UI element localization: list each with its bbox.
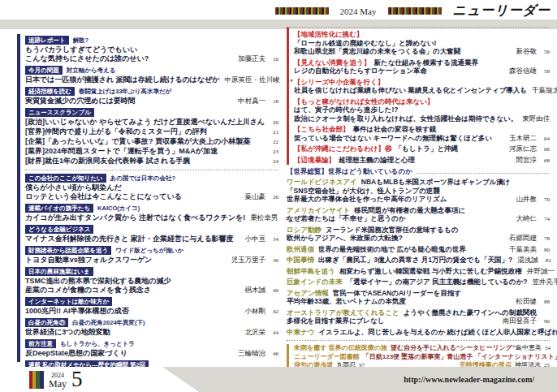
section-label-row: この会社のここが知りたいあの国では日本の会社? bbox=[25, 174, 278, 183]
entry-tail: 北沢栄44 bbox=[240, 328, 279, 338]
item-title: 和歌山県北部「貴志川線の未来をつくる会」の大奮闘 bbox=[294, 47, 460, 56]
author-name: 笠井亮平 bbox=[532, 278, 557, 286]
author-name: 乗松幸男 bbox=[250, 213, 278, 222]
page-number: 21 bbox=[270, 128, 278, 137]
section-subtitle: あの国では日本の会社? bbox=[110, 174, 175, 183]
toc-entry: 【シリーズ中小企業を行く】社員を信じなければ業績も伸びない 業績見える化とインセ… bbox=[294, 78, 550, 96]
item-title: 社員を信じなければ業績も伸びない 業績見える化とインセンティブ導入も bbox=[294, 86, 527, 95]
stripe-bar-icon bbox=[388, 7, 442, 15]
toc-item-row: ワールドビジネスアイNBAもMLBも米国スポーツ界はギャンブル漬け bbox=[287, 178, 550, 187]
toc-right-column: 【地域活性化に挑む】「ローカル鉄道の廃線やむなし」と諦めない!和歌山県北部「貴志… bbox=[287, 27, 550, 392]
entry-tail: 加藤正夫10 bbox=[233, 54, 278, 64]
toc-item-row: 【シリーズ中小企業を行く】 bbox=[294, 78, 550, 87]
toc-entry: インターネットは敵か味方か1000兆円!! AI半導体構想の成否小林剛42 bbox=[25, 297, 278, 317]
toc-item-row: 政治にクオータ制を取り入れなければ、女性活躍社会は期待できない。東野由佳62 bbox=[294, 114, 550, 124]
item-title: イスラエルよ、同じ苦しみを与えるのか 続けば続くほど人非人国家と呼ばれる bbox=[318, 328, 557, 337]
author-name: 小中亘 bbox=[245, 235, 266, 243]
item-title: 反DeepState思想の国家づくり bbox=[25, 349, 127, 358]
item-title: [業界]2024年問題スタートで「運転手を買う」M&Aが加速 bbox=[25, 147, 218, 156]
entry-tail: 千葉龍太60 bbox=[527, 86, 557, 96]
author-name: 新谷敬 bbox=[516, 47, 538, 56]
entry-tail: 小中亘34 bbox=[240, 235, 279, 244]
section-label-row: 白昼の死角㉑白昼の死角2024年異変(下) bbox=[25, 318, 278, 327]
toc-item-row: 【辺境暴論】超理想主義の論理と心理間宮淳68 bbox=[294, 156, 550, 166]
left-column-rule bbox=[17, 34, 20, 362]
toc-item-row: カイコが生み出すタンパク質から 注射ではなく食べるワクチンを!乗松幸男30 bbox=[25, 213, 278, 223]
toc-item-row: 中国事情出稼ぎ「農民工」3億人の異常さ 月1万円の賃金でも「天国」?湯浅誠82 bbox=[287, 256, 550, 265]
page-number: 24 bbox=[270, 157, 278, 166]
toc-entry: 【私が沖縄にこだわるわけ】㊽「もしトラ」と沖縄河原仁志66 bbox=[294, 144, 550, 154]
author-name: 千葉龍太 bbox=[532, 86, 557, 95]
author-name: 中村真一 bbox=[238, 97, 266, 106]
item-title: 移民問題が有権者の最大懸念事項に bbox=[354, 206, 465, 215]
page-number: 82 bbox=[543, 256, 551, 265]
item-title: カイコが生み出すタンパク質から 注射ではなく食べるワクチンを! bbox=[25, 213, 245, 222]
toc-item-row: 平均年齢33歳、若いベトナムの本気度松田健88 bbox=[287, 297, 550, 307]
toc-item-row: 「ローカル鉄道の廃線やむなし」と諦めない! bbox=[294, 39, 550, 48]
issue-number: 5 bbox=[71, 369, 83, 389]
page-number: 66 bbox=[542, 145, 550, 154]
page-number: 46 bbox=[270, 350, 278, 359]
item-title: 僕らが小さい頃から馴染んだ bbox=[25, 183, 122, 192]
toc-item-row: 反DeepState思想の国家づくり三輪晴治46 bbox=[25, 349, 278, 359]
item-title: [官界]仲間内で盛り上がる「令和のミスター円」の評判 bbox=[25, 127, 207, 136]
toc-section-features: 【地域活性化に挑む】「ローカル鉄道の廃線やむなし」と諦めない!和歌山県北部「貴志… bbox=[287, 27, 550, 165]
author-name: 三輪晴治 bbox=[238, 349, 266, 358]
author-name: 中原英臣・佐川峻 bbox=[224, 75, 279, 84]
section-label: 白昼の死角㉑ bbox=[25, 318, 68, 327]
author-name: 森谷信雄 bbox=[509, 67, 537, 75]
column-lead: ニューリーダー図書館 bbox=[294, 353, 360, 362]
entry-tail: 南田登喜子90 bbox=[498, 317, 551, 326]
page-number: 90 bbox=[542, 317, 550, 326]
author-name: 石郷岡建 bbox=[509, 234, 537, 243]
entry-tail: 乗松幸男30 bbox=[245, 213, 291, 223]
toc-section-world: ワールドビジネスアイNBAもMLBも米国スポーツ界はギャンブル漬け「SNS空箱会… bbox=[287, 178, 550, 337]
section-subtitle: KAICO(カイコ) bbox=[97, 205, 140, 213]
magazine-title: ニューリーダー bbox=[453, 2, 551, 19]
item-title: 望む自分を手に入れる“シータヒーリング” bbox=[391, 344, 516, 353]
item-title: 新たな仕組みを模索する流通業界 bbox=[374, 58, 479, 67]
section-label: どうなる金融ビジネス bbox=[25, 225, 93, 234]
section-subtitle: 白昼の死角2024年異変(下) bbox=[72, 319, 145, 327]
section-label: 経済指標を読む bbox=[25, 87, 75, 96]
entry-tail: 笠井亮平86 bbox=[527, 278, 557, 287]
column-lead: 巨象インドの未来 bbox=[287, 278, 343, 286]
toc-item-row: 1000兆円!! AI半導体構想の成否小林剛42 bbox=[25, 307, 278, 317]
item-title: NBAもMLBも米国スポーツ界はギャンブル漬け bbox=[361, 178, 511, 187]
author-name: 児玉万里子 bbox=[231, 256, 266, 265]
toc-entry: ロシア動静ヌーランド米国務次官辞任の意味するもの欧州からアジアへ、米政策の大転換… bbox=[287, 226, 550, 243]
page-number: 56 bbox=[542, 48, 550, 57]
dotted-leader bbox=[416, 173, 550, 174]
item-title: 超理想主義の論理と心理 bbox=[339, 156, 415, 165]
toc-item-row: [政治]いいじゃないか やらせてみよう だけど直接選べないんだ上川さん20 bbox=[25, 118, 278, 127]
author-name: 東野由佳 bbox=[522, 114, 550, 123]
section-label-row: インターネットは敵か味方か bbox=[25, 297, 278, 306]
entry-tail: 児玉万里子36 bbox=[227, 256, 279, 265]
page-number: 18 bbox=[270, 97, 278, 106]
toc-left-column: 追跡レポート解散?もうバカラしすぎてどうでもいいこんな気持ちにさせたのは誰のせい… bbox=[25, 34, 278, 390]
section-label: 日本の農林漁業はいま bbox=[25, 267, 93, 276]
column-lead: オーストラリアが教えてくれること bbox=[287, 308, 399, 317]
feature-label: 【シリーズ中小企業を行く】 bbox=[294, 78, 385, 87]
page-number: 10 bbox=[270, 55, 278, 64]
section-divider bbox=[287, 340, 550, 341]
toc-item-row: 欧州からアジアへ、米政策の大転換?石郷岡建78 bbox=[287, 234, 550, 243]
item-title: 「SNS空箱会社」が大化け、怪人トランプの逆襲 bbox=[287, 187, 440, 196]
item-title: 笑っている場合ではない キーワードへの無理解は驚くほど多い bbox=[294, 134, 492, 143]
footer-date: 2024 May bbox=[49, 373, 67, 389]
entry-tail: 中原英臣・佐川峻14 bbox=[219, 75, 292, 85]
item-title: 世界最大の半導体会社を作った中高年のリアリズム bbox=[287, 195, 447, 204]
item-title: こんな気持ちにさせたのは誰のせい? bbox=[25, 54, 149, 63]
author-name: 間宮淳 bbox=[516, 156, 538, 165]
author-name: 北沢栄 bbox=[245, 328, 266, 337]
item-title: 1000兆円!! AI半導体構想の成否 bbox=[25, 307, 129, 316]
section-label: インターネットは敵か味方か bbox=[25, 297, 112, 306]
item-title: 平均年齢33歳、若いベトナムの本気度 bbox=[287, 297, 406, 306]
item-title: もうバカラしすぎてどうでもいい bbox=[25, 45, 137, 54]
item-title: 官民一体でASEANのAIリーダーを目指す bbox=[333, 289, 461, 298]
toc-item-row: 実質賃金減少の穴埋めには要時間中村真一18 bbox=[25, 97, 278, 106]
toc-item-row: 僕らが小さい頃から馴染んだ bbox=[25, 183, 278, 192]
author-name: 島中恵美 bbox=[516, 344, 542, 353]
toc-item-row: 朝鮮半島を追う相変わらず激しい韓国選挙戦 与小野大に苦しむ尹錫悦政権井野誠一84 bbox=[287, 267, 550, 277]
toc-item-row: 【地域活性化に挑む】 bbox=[294, 30, 550, 39]
